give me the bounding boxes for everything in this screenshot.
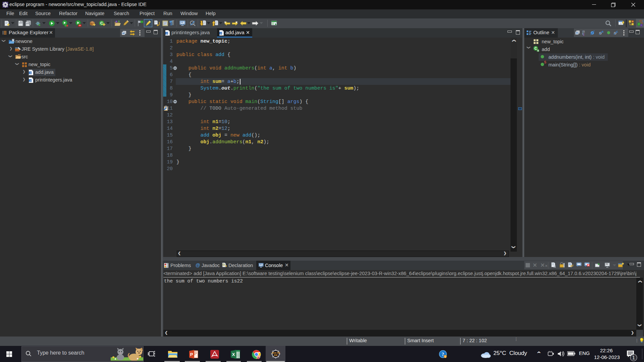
svg-text:J: J [30, 71, 31, 74]
svg-text:J: J [166, 32, 167, 35]
svg-text:Java EE: Java EE [271, 352, 280, 354]
svg-text:X: X [232, 352, 235, 357]
svg-text:C: C [534, 47, 537, 50]
svg-text:J: J [220, 32, 221, 35]
svg-text:i: i [445, 355, 445, 358]
svg-text:1: 1 [632, 355, 635, 360]
svg-text:IDE: IDE [274, 354, 278, 356]
svg-text:J: J [30, 79, 31, 82]
svg-text:P: P [190, 352, 193, 357]
svg-text:?: ? [442, 352, 444, 357]
svg-text:C: C [100, 21, 103, 25]
